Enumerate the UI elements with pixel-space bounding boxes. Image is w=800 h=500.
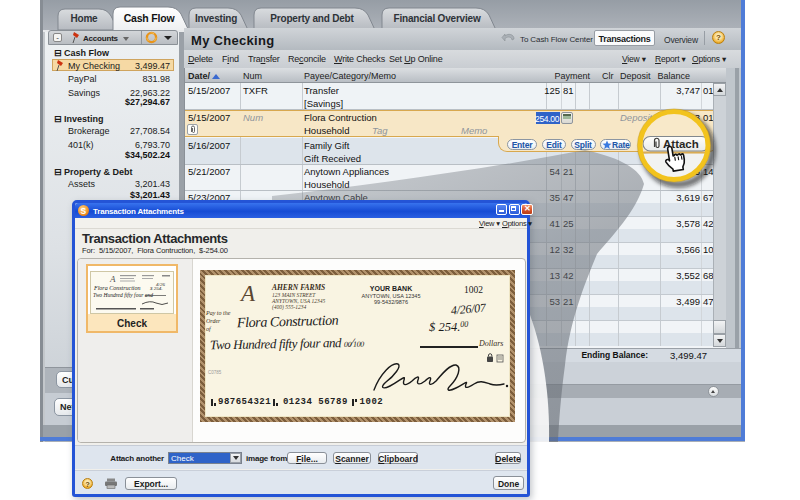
svg-text:A: A xyxy=(109,274,116,284)
svg-text:Flora Construction: Flora Construction xyxy=(93,285,141,291)
svg-text:Two Hundred fifty four and: Two Hundred fifty four and xyxy=(93,292,153,298)
svg-text:$ 254.: $ 254. xyxy=(150,286,163,291)
